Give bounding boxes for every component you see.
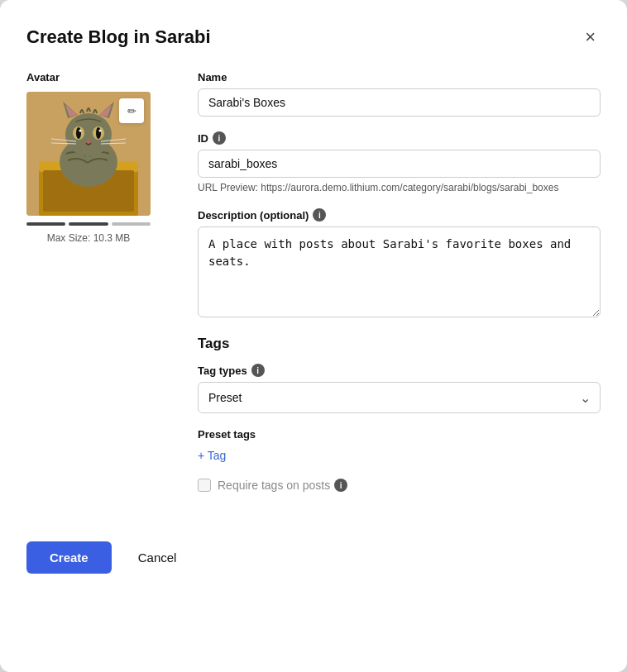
require-tags-label: Require tags on posts i <box>218 479 347 492</box>
edit-avatar-button[interactable]: ✏ <box>119 98 144 123</box>
add-tag-button[interactable]: + Tag <box>198 447 226 464</box>
id-group: ID i URL Preview: https://aurora.demo.li… <box>198 131 601 193</box>
right-column: Name ID i URL Preview: https://aurora.de… <box>198 71 601 492</box>
avatar-wrapper: ✏ <box>26 92 151 216</box>
tag-types-select[interactable]: Preset Open Preset and Open <box>198 382 601 413</box>
progress-segment-1 <box>26 222 65 226</box>
progress-segment-2 <box>69 222 108 226</box>
id-label: ID i <box>198 131 601 145</box>
svg-point-13 <box>96 127 101 139</box>
left-column: Avatar <box>26 71 171 492</box>
description-label: Description (optional) i <box>198 208 601 222</box>
description-info-icon[interactable]: i <box>313 208 326 222</box>
name-input[interactable] <box>198 88 601 117</box>
name-label: Name <box>198 71 601 83</box>
require-tags-row: Require tags on posts i <box>198 479 601 492</box>
description-input[interactable]: A place with posts about Sarabi's favori… <box>198 226 601 317</box>
create-blog-modal: Create Blog in Sarabi × Avatar <box>0 0 627 672</box>
tag-types-group: Tag types i Preset Open Preset and Open … <box>198 364 601 413</box>
name-group: Name <box>198 71 601 117</box>
close-button[interactable]: × <box>580 26 601 48</box>
svg-point-12 <box>76 127 81 139</box>
progress-segment-3 <box>112 222 151 226</box>
description-group: Description (optional) i A place with po… <box>198 208 601 321</box>
svg-point-5 <box>65 113 112 156</box>
avatar-progress-area: Max Size: 10.3 MB <box>26 222 151 244</box>
avatar-label: Avatar <box>26 71 171 83</box>
preset-tags-label: Preset tags <box>198 428 601 441</box>
tag-types-label: Tag types i <box>198 364 601 377</box>
modal-header: Create Blog in Sarabi × <box>26 26 601 48</box>
tags-section-title: Tags <box>198 336 601 352</box>
url-preview: URL Preview: https://aurora.demo.lithium… <box>198 182 601 193</box>
svg-point-14 <box>79 130 82 132</box>
modal-body: Avatar <box>26 71 601 492</box>
modal-title: Create Blog in Sarabi <box>26 26 211 48</box>
max-size-text: Max Size: 10.3 MB <box>26 232 151 244</box>
create-button[interactable]: Create <box>26 541 112 574</box>
id-info-icon[interactable]: i <box>213 131 226 145</box>
id-input[interactable] <box>198 150 601 178</box>
require-tags-checkbox[interactable] <box>198 479 211 492</box>
svg-point-15 <box>99 130 102 132</box>
tag-types-select-wrapper: Preset Open Preset and Open ⌄ <box>198 382 601 413</box>
cancel-button[interactable]: Cancel <box>122 541 194 574</box>
require-tags-info-icon[interactable]: i <box>334 479 347 492</box>
modal-footer: Create Cancel <box>26 525 601 574</box>
progress-bar <box>26 222 151 226</box>
tag-types-info-icon[interactable]: i <box>251 364 265 377</box>
